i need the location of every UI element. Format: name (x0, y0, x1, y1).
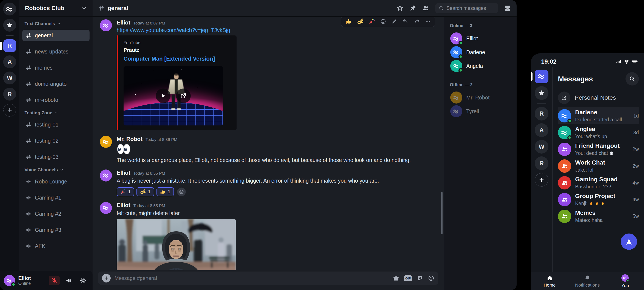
conversation-row[interactable]: Gaming Squad Basshunter: ??? 4w (558, 174, 639, 191)
channel-item[interactable]: Robo Lounge (22, 176, 90, 187)
conversation-row[interactable]: Anglea You: what’s up 3d (558, 124, 639, 141)
avatar[interactable] (100, 202, 112, 214)
channel-name: testing-01 (35, 122, 58, 128)
member-row[interactable]: Tyrell (448, 104, 512, 118)
sticker-icon[interactable] (417, 275, 423, 282)
server-icon[interactable]: R (535, 107, 548, 121)
app-logo[interactable] (3, 2, 16, 15)
channel-item[interactable]: testing-02 (22, 135, 90, 146)
member-row[interactable]: Elliot (448, 32, 512, 45)
nav-you[interactable]: You (606, 272, 644, 290)
message-link[interactable]: https://www.youtube.com/watch?v=jeg_TJvk… (117, 27, 230, 33)
favorites-button[interactable] (3, 19, 16, 32)
channel-item[interactable]: news-updates (22, 46, 90, 57)
server-icon[interactable]: A (3, 55, 16, 68)
reaction-party-popper[interactable]: 1 (117, 187, 134, 196)
member-row[interactable]: Mr. Robot (448, 91, 512, 104)
embed-author[interactable]: Prautz (124, 47, 231, 53)
reply-icon[interactable] (402, 18, 408, 24)
reaction-ok-hand[interactable]: 1 (136, 187, 154, 196)
chat-scrollbar[interactable] (441, 192, 442, 234)
section-header[interactable]: Voice Channels (24, 167, 88, 172)
attach-button[interactable] (102, 274, 111, 283)
embed-title-link[interactable]: Computer Man [Extended Version] (124, 55, 231, 62)
server-icon[interactable]: R (3, 39, 16, 52)
conversation-row[interactable]: Group Project Kenji: 4w (558, 191, 639, 208)
channel-item[interactable]: Gaming #1 (22, 192, 90, 203)
conversation-time: 4w (632, 180, 639, 186)
conversation-avatar (558, 109, 571, 123)
party-popper-emoji-button[interactable] (368, 18, 375, 25)
inbox-icon[interactable] (504, 5, 511, 11)
message-input[interactable]: Message #general (114, 275, 389, 281)
favorite-channel-icon[interactable] (396, 5, 403, 11)
conversation-row[interactable]: Friend Hangout You: dead chat 2w (558, 141, 639, 158)
phone-search-button[interactable] (626, 72, 639, 86)
new-message-fab[interactable] (621, 234, 637, 250)
nav-notifications[interactable]: Notifications (568, 272, 606, 290)
online-status-dot (458, 68, 463, 73)
server-icon[interactable]: R (535, 156, 548, 170)
server-icon[interactable]: W (535, 140, 548, 153)
phone-favorites-button[interactable] (535, 86, 548, 100)
add-reaction-icon[interactable] (380, 18, 386, 24)
personal-notes-row[interactable]: Personal Notes (558, 92, 639, 104)
conversation-time: 5w (632, 214, 639, 219)
avatar[interactable] (100, 19, 112, 31)
message-author[interactable]: Mr. Robot (117, 136, 142, 143)
ok-hand-emoji-button[interactable] (357, 18, 363, 25)
server-icon[interactable]: W (3, 72, 16, 84)
phone-add-server-button[interactable] (535, 173, 548, 187)
avatar[interactable] (100, 136, 112, 148)
channel-item[interactable]: testing-03 (22, 151, 90, 163)
channel-item[interactable]: general (22, 30, 90, 41)
member-row[interactable]: Angela (448, 59, 512, 73)
conversation-row[interactable]: Darlene Darlene started a call 1d (558, 107, 639, 124)
server-icon[interactable]: R (3, 88, 16, 101)
gift-icon[interactable] (393, 275, 399, 282)
channel-item[interactable]: Gaming #3 (22, 224, 90, 236)
settings-button[interactable] (78, 276, 89, 285)
open-external-button[interactable] (176, 89, 191, 103)
message-author[interactable]: Elliot (117, 169, 130, 176)
channel-item[interactable]: memes (22, 62, 90, 73)
user-avatar[interactable] (4, 275, 15, 286)
attached-photo[interactable] (117, 219, 236, 270)
more-options-icon[interactable] (425, 18, 431, 24)
message-text: The world is a dangerous place, Elliott,… (117, 156, 411, 164)
conversation-row[interactable]: Memes Mateo: haha 5w (558, 208, 639, 225)
section-header[interactable]: Testing Zone (24, 110, 88, 115)
member-row[interactable]: Darlene (448, 45, 512, 59)
mute-microphone-button[interactable] (49, 276, 60, 285)
deafen-button[interactable] (63, 276, 74, 285)
nav-home[interactable]: Home (531, 272, 568, 290)
video-thumbnail[interactable] (124, 66, 223, 126)
channel-item[interactable]: mr-roboto (22, 94, 90, 106)
reaction-thumbs-up[interactable]: 1 (156, 187, 174, 196)
channel-item[interactable]: dōmo-arigatō (22, 78, 90, 90)
member-list-toggle-icon[interactable] (422, 5, 429, 11)
avatar[interactable] (100, 169, 112, 181)
message-author[interactable]: Elliot (117, 19, 130, 26)
message: Mr. Robot Today at 8:39 PM The world is … (100, 136, 436, 164)
gif-picker-button[interactable]: GIF (404, 275, 412, 281)
channel-item[interactable]: testing-01 (22, 119, 90, 130)
channel-item[interactable]: Gaming #2 (22, 208, 90, 220)
channel-item[interactable]: AFK (22, 240, 90, 252)
wave-avatar-icon (102, 138, 110, 146)
pinned-messages-icon[interactable] (410, 5, 416, 11)
server-header[interactable]: Robotics Club (19, 0, 92, 17)
forward-icon[interactable] (414, 18, 420, 24)
play-button[interactable] (156, 89, 170, 103)
emoji-picker-icon[interactable] (428, 275, 434, 282)
message-author[interactable]: Elliot (117, 202, 130, 209)
add-server-button[interactable] (3, 104, 16, 117)
edit-icon[interactable] (391, 18, 397, 24)
server-icon[interactable]: A (535, 123, 548, 137)
conversation-row[interactable]: Work Chat Jake: lol 2w (558, 158, 639, 174)
search-input[interactable]: Search messages (435, 3, 498, 13)
phone-app-logo[interactable] (535, 70, 548, 83)
section-header[interactable]: Text Channels (24, 21, 88, 26)
add-reaction-button[interactable] (177, 187, 186, 196)
thumbs-up-emoji-button[interactable] (345, 18, 352, 25)
